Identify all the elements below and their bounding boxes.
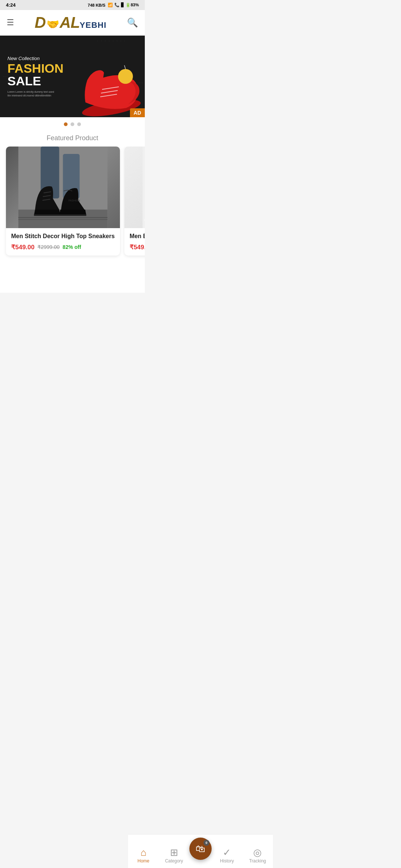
svg-text:FASHION: FASHION xyxy=(68,199,80,202)
banner-sale: SALE xyxy=(7,75,137,87)
banner-subtitle: Lorem Lorem is strictly dummy text used … xyxy=(7,90,137,98)
status-bar: 4:24 748 KB/S 📶 📞 ▊ 🔋83% xyxy=(0,0,145,10)
product-shoe-svg-2 xyxy=(124,147,145,228)
svg-rect-19 xyxy=(143,147,145,228)
product-shoe-svg-1: FASHION xyxy=(6,147,120,228)
wifi-icon: 📶 xyxy=(108,3,113,7)
carousel-dot-1[interactable] xyxy=(64,122,68,126)
product-pricing-1: ₹549.00 ₹2999.00 82% off xyxy=(11,243,115,251)
status-icons: 📶 📞 ▊ 🔋83% xyxy=(108,3,139,7)
logo-handshake-icon: 🤝 xyxy=(46,18,59,30)
banner-new-collection: New Collection xyxy=(7,56,137,61)
product-card-2[interactable]: Men Buckle Graphic Snea... ₹549.00 ₹29..… xyxy=(124,147,145,256)
product-pricing-2: ₹549.00 ₹29... xyxy=(130,243,145,251)
carousel-dot-3[interactable] xyxy=(77,122,81,126)
products-row: FASHION Men Stitch Decor High Top Sneake… xyxy=(0,147,145,293)
product-name-2: Men Buckle Graphic Snea... xyxy=(130,233,145,240)
carousel-dots xyxy=(0,117,145,128)
logo-yebhi-text: YEBHI xyxy=(80,20,107,30)
product-card-1[interactable]: FASHION Men Stitch Decor High Top Sneake… xyxy=(6,147,120,256)
battery-icon: 🔋83% xyxy=(125,3,139,7)
product-info-2: Men Buckle Graphic Snea... ₹549.00 ₹29..… xyxy=(124,228,145,256)
svg-rect-15 xyxy=(59,214,86,216)
search-button[interactable]: 🔍 xyxy=(127,17,138,28)
carousel-dot-2[interactable] xyxy=(71,122,74,126)
network-speed: 748 KB/S xyxy=(88,3,105,7)
svg-rect-17 xyxy=(18,217,107,218)
product-price-current-1: ₹549.00 xyxy=(11,243,35,251)
signal-icon: ▊ xyxy=(121,3,124,7)
featured-title: Featured Product xyxy=(0,128,145,147)
logo: D 🤝 AL YEBHI xyxy=(35,14,107,32)
menu-button[interactable]: ☰ xyxy=(7,19,14,27)
product-name-1: Men Stitch Decor High Top Sneakers xyxy=(11,233,115,240)
product-info-1: Men Stitch Decor High Top Sneakers ₹549.… xyxy=(6,228,120,256)
product-price-original-1: ₹2999.00 xyxy=(38,244,60,250)
banner-fashion: FASHION xyxy=(7,62,137,75)
status-time: 4:24 xyxy=(6,2,16,8)
product-discount-1: 82% off xyxy=(63,244,81,250)
call-icon: 📞 xyxy=(114,3,120,7)
product-price-current-2: ₹549.00 xyxy=(130,243,145,251)
product-image-2 xyxy=(124,147,145,228)
logo-al-text: AL xyxy=(60,14,80,32)
svg-rect-14 xyxy=(34,214,60,216)
banner-text: New Collection FASHION SALE Lorem Lorem … xyxy=(0,48,145,105)
header: ☰ D 🤝 AL YEBHI 🔍 xyxy=(0,10,145,36)
ad-badge: AD xyxy=(130,108,145,117)
logo-deal-text: D xyxy=(35,14,45,32)
svg-rect-18 xyxy=(18,219,107,220)
status-right: 748 KB/S 📶 📞 ▊ 🔋83% xyxy=(88,3,139,7)
banner: · · · · · · · · · · · · · · New Collecti… xyxy=(0,36,145,117)
product-image-1: FASHION xyxy=(6,147,120,228)
